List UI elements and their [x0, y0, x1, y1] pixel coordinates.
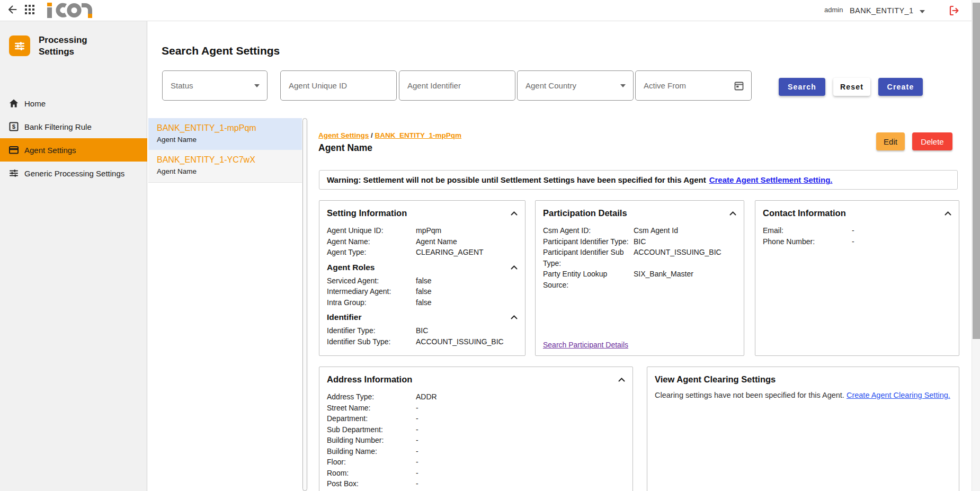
svg-text:$: $	[12, 123, 16, 130]
detail-row: Identifier Sub Type:ACCOUNT_ISSUING_BIC	[327, 336, 518, 347]
bank-filtering-rule-icon: $	[8, 121, 19, 132]
page-scrollbar-thumb[interactable]	[973, 3, 980, 339]
sidebar-item-generic-processing-settings[interactable]: Generic Processing Settings	[0, 162, 147, 185]
entity-name: BANK_ENTITY_1	[850, 6, 913, 15]
sidebar-item-bank-filtering-rule[interactable]: $ Bank Filtering Rule	[0, 115, 147, 138]
create-button[interactable]: Create	[878, 78, 923, 96]
module-title: Processing Settings	[39, 34, 87, 58]
detail-row: Address Type:ADDR	[327, 391, 625, 403]
sidebar-item-label: Agent Settings	[24, 146, 76, 155]
agent-detail-title: Agent Name	[318, 142, 372, 154]
search-participant-details-link[interactable]: Search Participant Details	[543, 341, 628, 349]
delete-button[interactable]: Delete	[912, 132, 952, 150]
app-logo	[47, 3, 94, 20]
setting-information-card: Setting Information Agent Unique ID:mpPq…	[319, 200, 525, 356]
chevron-down-icon	[920, 6, 925, 15]
chevron-down-icon	[254, 84, 260, 87]
status-select-label: Status	[171, 81, 254, 90]
list-item[interactable]: BANK_ENTITY_1-mpPqm Agent Name	[148, 118, 302, 150]
list-scrollbar-thumb[interactable]	[302, 118, 307, 491]
detail-row: Floor:-	[327, 457, 625, 468]
page-scrollbar[interactable]	[972, 0, 980, 491]
reset-button[interactable]: Reset	[833, 78, 870, 96]
chevron-down-icon	[620, 84, 626, 87]
detail-row: Building Name:-	[327, 446, 625, 457]
card-title: Setting Information	[327, 208, 407, 218]
contact-information-card: Contact Information Email:- Phone Number…	[755, 200, 959, 356]
detail-row: Party Entity Lookup Source:SIX_Bank_Mast…	[543, 269, 736, 290]
app-root: admin BANK_ENTITY_1	[0, 0, 980, 491]
edit-button[interactable]: Edit	[876, 132, 905, 150]
page-title: Search Agent Settings	[162, 44, 280, 57]
agent-country-select-label: Agent Country	[525, 81, 620, 90]
detail-row: Post Box:-	[327, 478, 625, 489]
chevron-up-icon[interactable]	[511, 315, 518, 319]
detail-row: Sub Department:-	[327, 424, 625, 435]
list-item[interactable]: BANK_ENTITY_1-YC7wX Agent Name	[148, 150, 302, 183]
detail-row: Intra Group:false	[327, 297, 518, 308]
settlement-warning: Warning: Settlement will not be possible…	[319, 170, 958, 190]
apps-grid-button[interactable]	[25, 5, 34, 16]
section-title: Agent Roles	[327, 263, 375, 272]
chevron-up-icon[interactable]	[945, 211, 951, 216]
address-information-card: Address Information Address Type:ADDR St…	[319, 367, 633, 491]
agent-unique-id-placeholder: Agent Unique ID	[289, 81, 396, 90]
sidebar: Processing Settings Home $ Bank Filterin…	[0, 21, 147, 491]
detail-row: Participant Identifier Sub Type:ACCOUNT_…	[543, 247, 736, 269]
card-title: Contact Information	[763, 208, 846, 218]
collapse-sidebar-button[interactable]: «	[121, 488, 142, 491]
agent-identifier-placeholder: Agent Identifier	[407, 81, 515, 90]
detail-row: Participant Identifier Type:BIC	[543, 236, 736, 247]
breadcrumb: Agent Settings / BANK_ENTITY_1-mpPqm	[318, 131, 461, 139]
search-button[interactable]: Search	[779, 78, 825, 96]
agent-list-item-subtitle: Agent Name	[157, 136, 293, 144]
detail-row: Agent Unique ID:mpPqm	[327, 225, 518, 236]
create-clearing-setting-link[interactable]: Create Agent Clearing Setting.	[847, 391, 950, 399]
warning-text: Warning: Settlement will not be possible…	[327, 175, 706, 184]
breadcrumb-separator: /	[371, 131, 373, 139]
agent-list: BANK_ENTITY_1-mpPqm Agent Name BANK_ENTI…	[148, 118, 302, 183]
detail-row: Agent Name:Agent Name	[327, 236, 518, 247]
back-arrow-icon	[7, 8, 17, 16]
logout-button[interactable]	[948, 4, 960, 19]
list-scrollbar[interactable]	[302, 118, 308, 491]
agent-unique-id-input[interactable]: Agent Unique ID	[280, 70, 397, 101]
detail-row: Post Code:-	[327, 489, 625, 491]
agent-settings-icon	[8, 145, 19, 155]
sidebar-item-agent-settings[interactable]: Agent Settings	[0, 138, 147, 162]
agent-list-item-title: BANK_ENTITY_1-YC7wX	[157, 155, 293, 165]
sidebar-item-label: Generic Processing Settings	[24, 169, 124, 178]
chevron-up-icon[interactable]	[511, 265, 518, 270]
breadcrumb-current-link[interactable]: BANK_ENTITY_1-mpPqm	[375, 131, 462, 139]
apps-grid-icon	[25, 8, 34, 16]
agent-clearing-settings-card: View Agent Clearing Settings Clearing se…	[647, 367, 959, 491]
sidebar-nav: Home $ Bank Filtering Rule	[0, 92, 147, 185]
breadcrumb-root-link[interactable]: Agent Settings	[318, 131, 369, 139]
chevron-up-icon[interactable]	[511, 211, 518, 216]
active-from-placeholder: Active From	[644, 81, 733, 90]
home-icon	[8, 98, 19, 109]
card-title: View Agent Clearing Settings	[655, 374, 776, 385]
active-from-date-input[interactable]: Active From	[635, 70, 752, 101]
detail-row: Department:-	[327, 413, 625, 424]
detail-row: Csm Agent ID:Csm Agent Id	[543, 225, 736, 236]
chevron-up-icon[interactable]	[729, 211, 736, 216]
detail-row: Building Number:-	[327, 435, 625, 446]
status-select[interactable]: Status	[162, 70, 268, 101]
agent-identifier-input[interactable]: Agent Identifier	[399, 70, 515, 101]
calendar-icon[interactable]	[733, 80, 745, 92]
create-settlement-setting-link[interactable]: Create Agent Settlement Setting.	[709, 175, 833, 184]
sidebar-item-home[interactable]: Home	[0, 92, 147, 115]
detail-row: Room:-	[327, 468, 625, 479]
entity-selector[interactable]: BANK_ENTITY_1	[850, 4, 925, 17]
back-button[interactable]	[7, 4, 17, 16]
agent-list-item-subtitle: Agent Name	[157, 167, 293, 175]
card-title: Address Information	[327, 374, 412, 385]
detail-row: Phone Number:-	[763, 236, 951, 247]
chevron-up-icon[interactable]	[618, 378, 625, 382]
generic-processing-settings-icon	[8, 168, 19, 178]
section-title: Identifier	[327, 313, 361, 322]
processing-settings-icon	[9, 35, 30, 56]
detail-row: Agent Type:CLEARING_AGENT	[327, 247, 518, 258]
agent-country-select[interactable]: Agent Country	[517, 70, 634, 101]
